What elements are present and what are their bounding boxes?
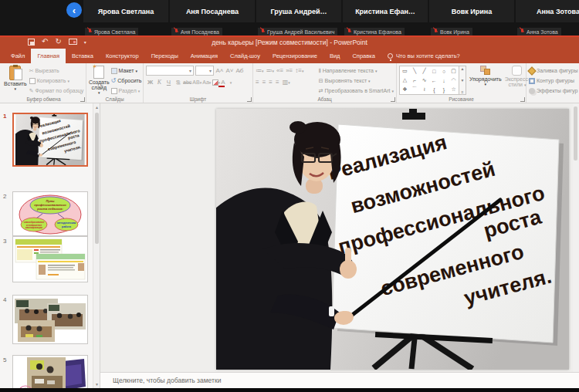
align-left-button[interactable]: ≡ bbox=[256, 79, 259, 86]
participant-tile[interactable]: Груша Андрей… bbox=[256, 0, 341, 22]
grow-font-button[interactable]: А˄ bbox=[215, 66, 224, 76]
layout-button[interactable]: Макет▾ bbox=[111, 66, 142, 76]
section-button[interactable]: Раздел▾ bbox=[111, 86, 142, 96]
participant-tile[interactable]: Ярова Светлана bbox=[83, 0, 168, 22]
text-direction-icon: ⫴ bbox=[319, 68, 321, 74]
slide-thumbnail-3[interactable] bbox=[12, 236, 88, 282]
font-color-button[interactable]: А▾ bbox=[221, 77, 232, 87]
brush-icon: ✎ bbox=[29, 88, 34, 94]
participant-tile[interactable]: Вовк Ирина bbox=[429, 0, 514, 22]
shape-fill-button[interactable]: Заливка фигуры bbox=[529, 66, 578, 76]
text-direction-button[interactable]: ⫴Направление текста▾ bbox=[319, 66, 394, 76]
font-name-combo[interactable]: ▾ bbox=[146, 66, 194, 76]
scroll-up-icon[interactable]: ▲ bbox=[461, 66, 465, 71]
font-color-swatch bbox=[218, 86, 225, 87]
thumbnails-scrollbar[interactable]: ▲ ▼ bbox=[93, 103, 100, 388]
new-slide-button[interactable]: Создать слайд▾ bbox=[89, 66, 110, 96]
align-center-button[interactable]: ≡ bbox=[262, 79, 266, 86]
decrease-indent-button[interactable]: «≡ bbox=[276, 67, 283, 74]
tab-insert[interactable]: Вставка bbox=[66, 49, 100, 63]
dialog-launcher-icon[interactable] bbox=[520, 97, 525, 102]
text-shadow-button[interactable]: S bbox=[174, 77, 182, 87]
new-slide-icon bbox=[93, 66, 104, 79]
notes-placeholder: Щелкните, чтобы добавить заметки bbox=[113, 377, 221, 384]
tab-help[interactable]: Справка bbox=[346, 49, 381, 63]
tell-me-box[interactable]: Что вы хотите сделать? bbox=[381, 49, 466, 63]
dialog-launcher-icon[interactable] bbox=[247, 97, 252, 102]
paste-button[interactable]: Вставить▾ bbox=[4, 66, 27, 96]
tab-file[interactable]: Файл bbox=[5, 49, 31, 63]
hand bbox=[338, 311, 354, 323]
increase-indent-button[interactable]: »≡ bbox=[286, 67, 293, 74]
bold-button[interactable]: Ж bbox=[146, 77, 154, 87]
dialog-launcher-icon[interactable] bbox=[391, 97, 395, 102]
status-bar-strip bbox=[0, 388, 579, 392]
participant-tiles: Ярова Светлана Аня Посаднева Груша Андре… bbox=[83, 0, 579, 22]
tab-home[interactable]: Главная bbox=[31, 49, 66, 63]
window-title: день карьеры [Режим совместимости] - Pow… bbox=[0, 39, 579, 46]
slide1-preview: Реализация возможностей профессиональног… bbox=[14, 114, 86, 167]
shape-outline-button[interactable]: Контур фигуры bbox=[529, 76, 578, 86]
tab-transitions[interactable]: Переходы bbox=[145, 49, 185, 63]
font-size-combo[interactable]: ▾ bbox=[195, 66, 214, 76]
clear-format-button[interactable]: А̷б bbox=[235, 66, 244, 76]
bullets-button[interactable]: ≔▾ bbox=[256, 67, 264, 74]
gallery-more-icon[interactable]: ≡ bbox=[462, 90, 464, 94]
shapes-gallery-scroll[interactable]: ▲ ▼ ≡ bbox=[459, 66, 466, 95]
participant-tile[interactable]: Аня Посаднева bbox=[170, 0, 255, 22]
smartart-button[interactable]: ⇄Преобразовать в SmartArt▾ bbox=[319, 86, 394, 96]
arrange-icon bbox=[480, 66, 491, 76]
dialog-launcher-icon[interactable] bbox=[80, 97, 85, 102]
slide-editor: Реализация возможностей профессиональног… bbox=[100, 103, 579, 372]
copy-button[interactable]: Копировать▾ bbox=[29, 76, 84, 86]
slide1-canvas[interactable]: Реализация возможностей профессиональног… bbox=[216, 109, 569, 370]
ribbon: Вставить▾ ✂Вырезать Копировать▾ ✎Формат … bbox=[0, 63, 579, 103]
format-painter-button[interactable]: ✎Формат по образцу bbox=[29, 86, 84, 96]
participant-tile[interactable]: Анна Зотова bbox=[516, 0, 579, 22]
svg-text:квалификации: квалификации bbox=[25, 226, 42, 229]
arrange-button[interactable]: Упорядочить▾ bbox=[469, 66, 502, 86]
shapes-gallery[interactable]: ▭╲╱□○▢ △⌐∿←↓◠ ❖⌒≀{}☆ bbox=[399, 66, 459, 95]
underline-button[interactable]: Ч bbox=[164, 77, 173, 87]
slide-number: 2 bbox=[3, 193, 11, 200]
editor-scrollbar[interactable] bbox=[573, 103, 579, 372]
reset-button[interactable]: ↺Сбросить bbox=[111, 76, 142, 86]
scissors-icon: ✂ bbox=[29, 68, 34, 74]
slide-number: 3 bbox=[3, 238, 11, 245]
align-text-button[interactable]: ⊟Выровнять текст▾ bbox=[319, 76, 394, 86]
align-right-button[interactable]: ≡ bbox=[269, 79, 273, 86]
shape-effects-button[interactable]: Эффекты фигур bbox=[529, 86, 578, 96]
tab-slideshow[interactable]: Слайд-шоу bbox=[224, 49, 266, 63]
paste-icon bbox=[9, 66, 21, 80]
line-spacing-button[interactable]: ↕≡▾ bbox=[295, 67, 303, 74]
scroll-up-icon[interactable]: ▲ bbox=[93, 105, 100, 110]
numbering-button[interactable]: ≕▾ bbox=[266, 67, 275, 74]
slide-thumbnail-1[interactable]: Реализация возможностей профессиональног… bbox=[12, 113, 88, 167]
tab-design[interactable]: Конструктор bbox=[100, 49, 145, 63]
title-bar: ↶ ↻ ▾ день карьеры [Режим совместимости]… bbox=[0, 37, 579, 49]
slide-thumbnail-4[interactable] bbox=[12, 295, 88, 344]
tab-animations[interactable]: Анимация bbox=[185, 49, 224, 63]
shrink-font-button[interactable]: А˅ bbox=[225, 66, 234, 76]
notes-pane[interactable]: Щелкните, чтобы добавить заметки bbox=[100, 372, 579, 388]
italic-button[interactable]: К bbox=[155, 77, 164, 87]
lightbulb-icon bbox=[388, 53, 393, 59]
char-spacing-button[interactable]: АВ▾ bbox=[192, 77, 201, 87]
cut-button[interactable]: ✂Вырезать bbox=[29, 66, 84, 76]
back-button[interactable]: ‹ bbox=[66, 2, 82, 18]
muted-mic-icon bbox=[347, 29, 351, 35]
slide-thumbnail-2[interactable]: Пути профессионального роста педагога: с… bbox=[12, 191, 88, 236]
participant-tile[interactable]: Кристина Ефан… bbox=[343, 0, 428, 22]
tab-review[interactable]: Рецензирование bbox=[266, 49, 323, 63]
justify-button[interactable]: ≡ bbox=[276, 79, 279, 86]
scrollbar-thumb[interactable] bbox=[574, 106, 577, 161]
strikethrough-button[interactable]: abc bbox=[183, 77, 191, 87]
columns-button[interactable]: ▥▾ bbox=[283, 79, 290, 86]
scroll-down-icon[interactable]: ▼ bbox=[93, 382, 100, 387]
scrollbar-thumb[interactable] bbox=[95, 113, 99, 244]
tab-view[interactable]: Вид bbox=[323, 49, 347, 63]
scroll-down-icon[interactable]: ▼ bbox=[461, 78, 465, 83]
slide-thumbnail-5[interactable] bbox=[12, 355, 88, 388]
svg-text:методическая: методическая bbox=[57, 221, 76, 225]
change-case-button[interactable]: Аа▾ bbox=[202, 77, 211, 87]
